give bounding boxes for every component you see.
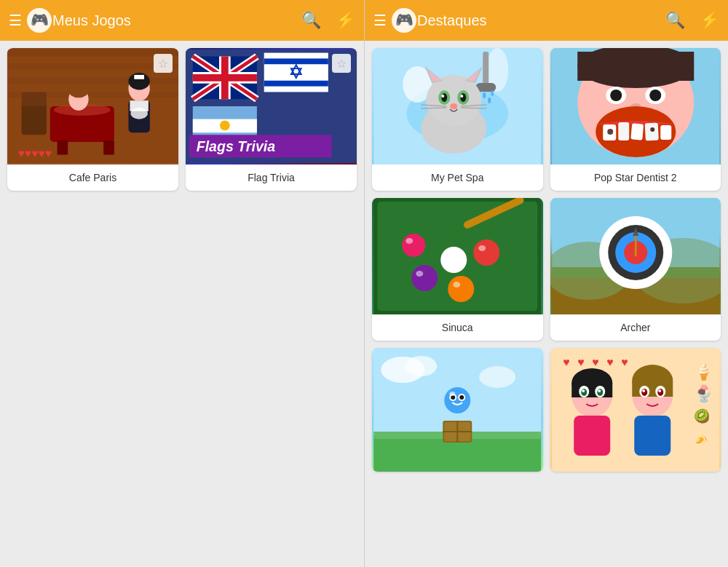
flag-trivia-star[interactable]: ☆	[332, 54, 351, 73]
svg-rect-74	[577, 52, 694, 81]
svg-text:🎮: 🎮	[395, 11, 414, 28]
my-pet-spa-art	[372, 48, 543, 164]
destaques-menu-icon[interactable]: ☰	[373, 12, 387, 29]
svg-line-68	[421, 108, 446, 108]
svg-text:♥: ♥	[621, 356, 628, 368]
svg-point-97	[453, 282, 460, 288]
svg-point-144	[582, 389, 585, 392]
svg-point-52	[488, 98, 491, 103]
svg-text:♥♥♥♥♥: ♥♥♥♥♥	[18, 148, 52, 160]
svg-rect-82	[618, 122, 629, 140]
svg-rect-33	[264, 58, 328, 64]
svg-point-126	[449, 392, 455, 396]
game-card-my-pet-spa[interactable]: My Pet Spa	[372, 48, 543, 191]
svg-point-95	[478, 245, 486, 251]
svg-point-91	[440, 247, 467, 273]
destaques-content: My Pet Spa	[365, 41, 728, 567]
svg-point-66	[450, 103, 457, 109]
game-card-game5[interactable]	[372, 348, 543, 472]
game-card-pop-star-dentist[interactable]: Pop Star Dentist 2	[550, 48, 721, 191]
lightning-icon[interactable]: ⚡	[336, 11, 355, 30]
svg-point-62	[441, 93, 447, 102]
flag-trivia-art: Flags Trivia	[186, 48, 357, 164]
destaques-grid: My Pet Spa	[372, 48, 721, 472]
svg-point-146	[573, 397, 583, 403]
svg-text:♥: ♥	[577, 356, 585, 368]
svg-point-93	[416, 271, 423, 277]
meus-jogos-header: ☰ 🎮 Meus Jogos 🔍 ⚡	[0, 0, 364, 41]
svg-text:Flags Trivia: Flags Trivia	[197, 138, 276, 154]
cafe-paris-label: Cafe Paris	[7, 164, 178, 191]
svg-point-87	[650, 127, 654, 132]
svg-point-20	[68, 84, 88, 98]
game-card-flag-trivia[interactable]: Flags Trivia ☆ Flag Trivia	[186, 48, 357, 191]
svg-rect-34	[264, 81, 328, 87]
svg-point-39	[220, 121, 230, 131]
svg-point-64	[441, 95, 444, 98]
svg-rect-151	[632, 381, 673, 397]
meus-jogos-panel: ☰ 🎮 Meus Jogos 🔍 ⚡	[0, 0, 364, 567]
meus-jogos-title: Meus Jogos	[52, 12, 287, 29]
svg-rect-148	[574, 416, 610, 456]
svg-point-65	[460, 95, 463, 98]
pop-star-dentist-art	[550, 48, 721, 164]
svg-rect-9	[103, 140, 114, 155]
cafe-paris-star[interactable]: ☆	[154, 54, 173, 73]
destaques-header: ☰ 🎮 Destaques 🔍 ⚡	[365, 0, 728, 41]
svg-point-99	[405, 238, 413, 244]
svg-point-114	[479, 366, 515, 388]
game-card-sinuca[interactable]: Sinuca	[372, 198, 543, 341]
sinuca-art	[372, 198, 543, 314]
svg-rect-139	[571, 383, 612, 397]
svg-rect-5	[7, 78, 178, 84]
svg-point-156	[642, 389, 645, 392]
sinuca-thumbnail	[372, 198, 543, 314]
svg-point-96	[448, 276, 474, 302]
svg-point-158	[633, 397, 644, 403]
svg-text:♥: ♥	[606, 356, 614, 368]
svg-rect-3	[7, 49, 178, 57]
game6-thumbnail: ♥ ♥ ♥ ♥ ♥ 🍦 🍨 🥝 🍌	[550, 348, 721, 472]
menu-icon[interactable]: ☰	[9, 12, 22, 29]
meus-jogos-content: ♥♥♥♥♥ ☆ Cafe Paris	[0, 41, 364, 567]
svg-line-70	[461, 108, 486, 108]
game5-thumbnail	[372, 348, 543, 472]
game5-art	[372, 348, 543, 472]
svg-rect-83	[630, 123, 644, 140]
svg-point-121	[444, 387, 470, 413]
svg-rect-85	[660, 125, 671, 140]
game-card-archer[interactable]: Archer	[550, 198, 721, 341]
svg-rect-4	[7, 63, 178, 69]
svg-text:♥: ♥	[563, 356, 570, 368]
svg-rect-18	[134, 75, 144, 79]
svg-point-159	[661, 397, 671, 403]
svg-point-86	[607, 129, 613, 135]
archer-label: Archer	[550, 314, 721, 341]
svg-point-78	[649, 90, 661, 101]
svg-point-16	[130, 108, 148, 119]
svg-point-94	[473, 239, 499, 266]
svg-point-51	[483, 92, 486, 98]
destaques-title: Destaques	[417, 12, 651, 29]
svg-point-125	[459, 395, 464, 400]
game-card-game6[interactable]: ♥ ♥ ♥ ♥ ♥ 🍦 🍨 🥝 🍌	[550, 348, 721, 472]
game-card-cafe-paris[interactable]: ♥♥♥♥♥ ☆ Cafe Paris	[7, 48, 178, 191]
destaques-search-icon[interactable]: 🔍	[665, 11, 685, 30]
svg-rect-84	[644, 123, 658, 141]
svg-text:🍌: 🍌	[694, 430, 708, 444]
destaques-lightning-icon[interactable]: ⚡	[700, 11, 719, 30]
cafe-paris-thumbnail: ♥♥♥♥♥ ☆	[7, 48, 178, 164]
svg-point-157	[658, 389, 661, 392]
svg-point-53	[491, 90, 494, 96]
game6-art: ♥ ♥ ♥ ♥ ♥ 🍦 🍨 🥝 🍌	[550, 348, 721, 472]
svg-rect-31	[193, 74, 257, 82]
svg-rect-11	[22, 103, 47, 135]
svg-point-63	[460, 93, 466, 102]
destaques-app-logo: 🎮	[391, 7, 417, 33]
svg-point-55	[426, 75, 481, 126]
svg-text:♥: ♥	[592, 356, 599, 368]
svg-rect-8	[58, 140, 68, 155]
svg-point-92	[411, 265, 438, 291]
search-icon[interactable]: 🔍	[301, 11, 321, 30]
svg-point-147	[601, 397, 611, 403]
